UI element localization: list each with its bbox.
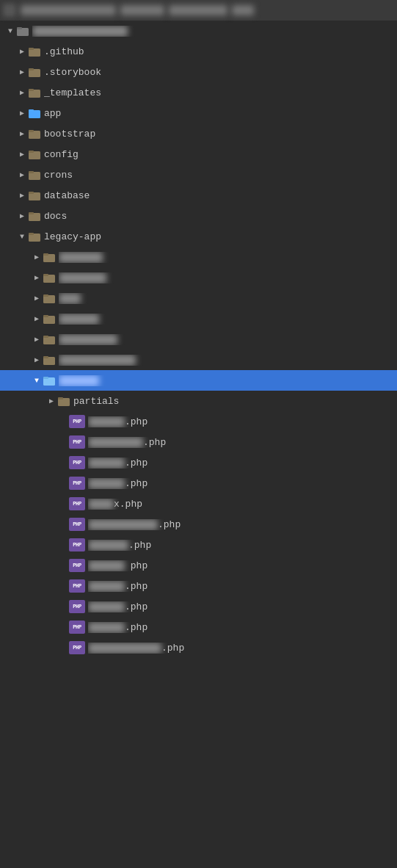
item-label: .php xyxy=(88,457,397,469)
item-label xyxy=(59,272,397,283)
tree-item-bootstrap[interactable]: bootstrap xyxy=(0,123,397,144)
item-label: crons xyxy=(44,170,397,181)
item-label: config xyxy=(44,149,397,160)
folder-icon xyxy=(16,25,29,37)
svg-rect-11 xyxy=(29,130,34,132)
item-label: .php xyxy=(88,601,397,612)
list-item[interactable]: PHP x.php xyxy=(0,493,397,514)
folder-icon xyxy=(43,375,56,386)
arrow-icon xyxy=(31,375,43,386)
svg-rect-15 xyxy=(29,171,34,173)
tree-item-legacy-sub1[interactable] xyxy=(0,247,397,267)
item-label: .php xyxy=(88,581,397,592)
item-label: php xyxy=(88,560,397,571)
list-item[interactable]: PHP .php xyxy=(0,535,397,555)
svg-rect-19 xyxy=(29,212,34,214)
item-label: .php xyxy=(88,519,397,530)
php-file-icon: PHP xyxy=(69,497,85,510)
tree-item-docs[interactable]: docs xyxy=(0,206,397,226)
tree-item-github[interactable]: .github xyxy=(0,41,397,62)
php-file-icon: PHP xyxy=(69,641,85,654)
php-file-icon: PHP xyxy=(69,538,85,551)
item-label: legacy-app xyxy=(44,231,397,242)
arrow-icon xyxy=(45,395,57,407)
tree-item-legacy-sub4[interactable] xyxy=(0,308,397,329)
list-item[interactable]: PHP .php xyxy=(0,432,397,452)
item-label: .php xyxy=(88,437,397,448)
tree-item-legacy-sub6[interactable] xyxy=(0,350,397,370)
folder-icon xyxy=(43,251,56,263)
php-file-icon: PHP xyxy=(69,518,85,531)
item-label xyxy=(59,334,397,345)
item-label: .storybook xyxy=(44,67,397,78)
folder-icon xyxy=(43,292,56,304)
folder-icon xyxy=(43,313,56,325)
arrow-icon xyxy=(16,107,28,119)
tree-item-app[interactable]: app xyxy=(0,103,397,123)
folder-icon xyxy=(43,272,56,283)
tree-item-templates[interactable] xyxy=(0,370,397,391)
svg-rect-35 xyxy=(43,377,48,379)
tree-item-legacy-sub5[interactable] xyxy=(0,329,397,350)
folder-icon xyxy=(43,354,56,366)
item-label: .php xyxy=(88,622,397,633)
list-item[interactable]: PHP php xyxy=(0,555,397,576)
header-row xyxy=(0,0,397,21)
svg-rect-21 xyxy=(29,233,34,235)
item-label: database xyxy=(44,190,397,201)
arrow-icon xyxy=(16,128,28,140)
svg-rect-13 xyxy=(29,151,34,153)
svg-rect-25 xyxy=(43,274,48,276)
tree-item-config[interactable]: config xyxy=(0,144,397,164)
arrow-icon xyxy=(16,189,28,201)
tree-item-database[interactable]: database xyxy=(0,185,397,206)
arrow-icon xyxy=(31,292,43,304)
folder-icon xyxy=(28,87,41,98)
svg-rect-37 xyxy=(58,397,63,399)
svg-rect-23 xyxy=(43,253,48,256)
svg-rect-29 xyxy=(43,315,48,317)
folder-icon xyxy=(28,210,41,222)
tree-item-partials[interactable]: partials xyxy=(0,391,397,411)
folder-icon xyxy=(28,128,41,140)
arrow-icon xyxy=(31,272,43,283)
item-label: x.php xyxy=(88,499,397,510)
arrow-icon xyxy=(16,66,28,78)
folder-icon xyxy=(28,107,41,119)
php-file-icon: PHP xyxy=(69,477,85,490)
tree-item-root[interactable] xyxy=(0,21,397,41)
list-item[interactable]: PHP .php xyxy=(0,596,397,617)
item-label: partials xyxy=(73,396,397,407)
item-label: .github xyxy=(44,46,397,57)
item-label: .php xyxy=(88,643,397,654)
folder-icon xyxy=(43,333,56,345)
list-item[interactable]: PHP .php xyxy=(0,411,397,432)
item-label xyxy=(59,252,397,263)
list-item[interactable]: PHP .php xyxy=(0,452,397,473)
arrow-icon xyxy=(16,148,28,160)
list-item[interactable]: PHP .php xyxy=(0,576,397,596)
svg-rect-27 xyxy=(43,294,48,297)
arrow-icon xyxy=(4,25,16,37)
php-file-icon: PHP xyxy=(69,435,85,449)
item-label xyxy=(32,26,397,37)
tree-item-_templates[interactable]: _templates xyxy=(0,82,397,103)
item-label: .php xyxy=(88,540,397,551)
php-file-icon: PHP xyxy=(69,456,85,469)
arrow-icon xyxy=(31,313,43,325)
list-item[interactable]: PHP .php xyxy=(0,514,397,535)
list-item[interactable]: PHP .php xyxy=(0,617,397,637)
tree-item-storybook[interactable]: .storybook xyxy=(0,62,397,82)
svg-rect-3 xyxy=(29,48,34,50)
list-item[interactable]: PHP .php xyxy=(0,637,397,658)
item-label xyxy=(59,375,397,386)
tree-item-legacy-sub3[interactable] xyxy=(0,288,397,308)
php-file-icon: PHP xyxy=(69,600,85,613)
svg-rect-9 xyxy=(29,109,34,112)
tree-item-legacy-sub2[interactable] xyxy=(0,267,397,288)
tree-item-legacy-app[interactable]: legacy-app xyxy=(0,226,397,247)
php-file-icon: PHP xyxy=(69,621,85,634)
tree-item-crons[interactable]: crons xyxy=(0,164,397,185)
list-item[interactable]: PHP .php xyxy=(0,473,397,493)
php-file-icon: PHP xyxy=(69,579,85,593)
